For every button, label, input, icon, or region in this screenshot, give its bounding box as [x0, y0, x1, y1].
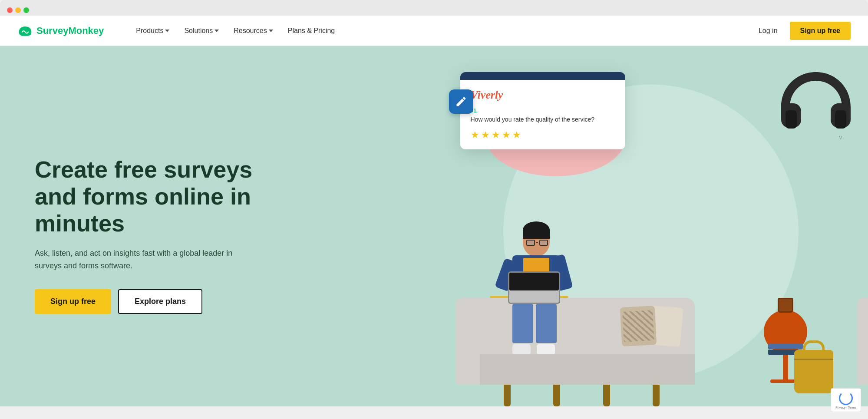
survey-stars: ★ ★ ★ ★ ★ — [471, 129, 615, 141]
star-2[interactable]: ★ — [481, 129, 490, 141]
couch-leg — [504, 385, 511, 406]
svg-text:V: V — [839, 135, 842, 140]
couch-legs — [469, 385, 695, 406]
person-feet — [512, 344, 560, 354]
headphones-svg: V — [772, 63, 859, 150]
navbar-right: Log in Sign up free — [753, 22, 851, 40]
chevron-down-icon — [215, 30, 219, 32]
nav-plans-pricing-label: Plans & Pricing — [288, 27, 335, 35]
traffic-light-red[interactable] — [7, 7, 13, 13]
chevron-down-icon — [165, 30, 169, 32]
star-3[interactable]: ★ — [492, 129, 500, 141]
hero-content: Create free surveys and forms online in … — [0, 46, 434, 406]
tote-handle — [803, 340, 825, 352]
couch-seat — [469, 354, 695, 385]
nav-solutions[interactable]: Solutions — [178, 23, 225, 38]
logo-text: SurveyMonkey — [36, 25, 104, 36]
person-laptop — [508, 271, 560, 304]
couch-arm-left — [456, 298, 480, 385]
nav-resources-label: Resources — [234, 27, 267, 35]
headphones-illustration: V — [772, 63, 859, 152]
nav-products[interactable]: Products — [130, 23, 175, 38]
edit-badge — [449, 89, 473, 114]
table-leg — [783, 353, 788, 379]
pillow-2 — [620, 306, 657, 346]
recaptcha-icon — [839, 391, 853, 405]
table-top — [764, 310, 807, 353]
main-nav: Products Solutions Resources Plans & Pri… — [130, 23, 341, 38]
couch-back — [469, 298, 695, 354]
svg-rect-1 — [835, 110, 846, 129]
survey-card: Viverly 01. How would you rate the quali… — [460, 72, 625, 149]
browser-chrome — [0, 0, 868, 16]
person — [512, 225, 560, 354]
couch-scene — [434, 163, 868, 406]
login-button[interactable]: Log in — [753, 23, 783, 38]
survey-card-body: Viverly 01. How would you rate the quali… — [460, 80, 625, 149]
survey-card-header — [460, 72, 625, 80]
person-glasses — [526, 240, 548, 246]
chevron-down-icon — [269, 30, 273, 32]
tote-bag — [794, 350, 833, 393]
tote-body — [794, 350, 833, 393]
couch-leg — [653, 385, 660, 406]
couch-leg — [553, 385, 560, 406]
svg-rect-0 — [785, 110, 797, 129]
signup-button-nav[interactable]: Sign up free — [790, 22, 851, 40]
nav-products-label: Products — [136, 27, 163, 35]
hero-illustration: Viverly 01. How would you rate the quali… — [434, 46, 868, 406]
person-head — [523, 225, 550, 256]
nav-resources[interactable]: Resources — [228, 23, 279, 38]
star-4[interactable]: ★ — [502, 129, 511, 141]
logo-icon — [17, 25, 33, 37]
survey-brand: Viverly — [471, 89, 615, 102]
couch-arm-right — [857, 298, 868, 385]
hero-explore-button[interactable]: Explore plans — [118, 289, 202, 314]
hero-section: Create free surveys and forms online in … — [0, 46, 868, 406]
survey-question-num: 01. — [471, 108, 615, 114]
nav-solutions-label: Solutions — [184, 27, 213, 35]
navbar: SurveyMonkey Products Solutions Resource… — [0, 16, 868, 46]
recaptcha-text: Privacy · Terms — [835, 406, 856, 406]
recaptcha-badge: Privacy · Terms — [831, 388, 861, 406]
logo[interactable]: SurveyMonkey — [17, 25, 104, 37]
person-legs — [512, 304, 560, 343]
mug — [778, 298, 793, 313]
edit-icon — [455, 96, 467, 108]
hero-subtitle: Ask, listen, and act on insights fast wi… — [35, 247, 261, 272]
nav-plans-pricing[interactable]: Plans & Pricing — [282, 23, 341, 38]
navbar-left: SurveyMonkey Products Solutions Resource… — [17, 23, 341, 38]
traffic-light-green[interactable] — [23, 7, 29, 13]
person-hair — [523, 221, 550, 239]
hero-buttons: Sign up free Explore plans — [35, 289, 408, 314]
hero-title: Create free surveys and forms online in … — [35, 156, 287, 237]
star-1[interactable]: ★ — [471, 129, 479, 141]
couch-leg — [603, 385, 610, 406]
hero-signup-button[interactable]: Sign up free — [35, 289, 111, 314]
survey-question: How would you rate the quality of the se… — [471, 115, 615, 124]
star-5[interactable]: ★ — [512, 129, 521, 141]
traffic-light-yellow[interactable] — [15, 7, 21, 13]
